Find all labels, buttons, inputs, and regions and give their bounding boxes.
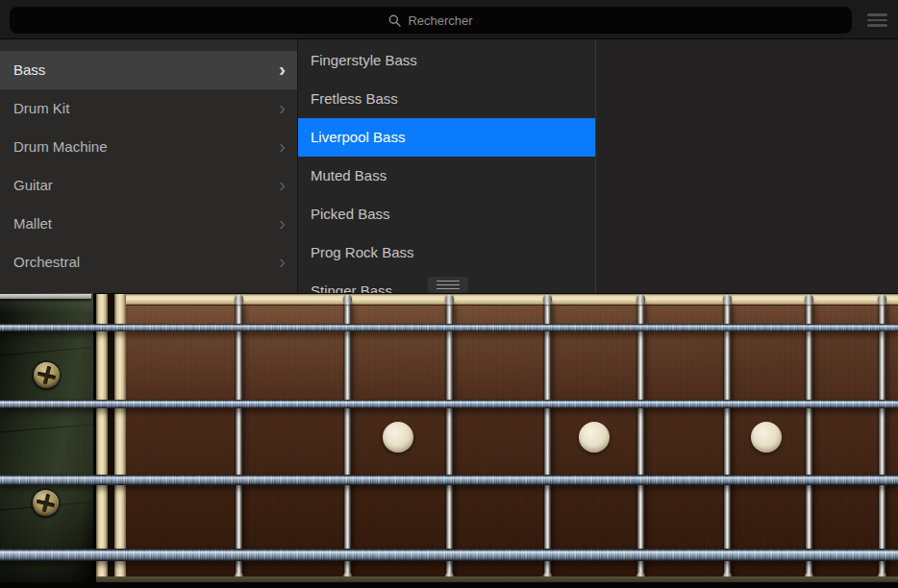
bass-string-1[interactable] xyxy=(0,324,898,331)
category-label: Bass xyxy=(13,61,45,78)
fret-marker-dot-fret-3 xyxy=(383,422,413,453)
search-placeholder: Rechercher xyxy=(408,13,472,28)
fret-marker-dot-fret-5 xyxy=(579,422,610,453)
drag-handle[interactable] xyxy=(428,277,468,293)
fret-end-top xyxy=(445,295,454,305)
fret-7 xyxy=(806,305,812,577)
screw-icon xyxy=(31,359,62,391)
string-shadow-line xyxy=(0,346,102,356)
category-item-guitar[interactable]: Guitar › xyxy=(0,166,297,205)
bass-fretboard[interactable] xyxy=(0,293,898,588)
fret-end-top xyxy=(805,295,813,305)
hamburger-icon xyxy=(867,24,887,27)
grip-lines-icon xyxy=(437,288,460,290)
fret-end-top xyxy=(878,295,886,305)
sound-label: Liverpool Bass xyxy=(311,129,405,145)
chevron-right-icon: › xyxy=(279,204,286,242)
fret-2 xyxy=(344,305,351,577)
sound-list: Fingerstyle Bass Fretless Bass Liverpool… xyxy=(298,39,596,293)
fret-end-top xyxy=(636,295,645,305)
category-item-orchestral[interactable]: Orchestral › xyxy=(0,243,297,282)
category-item-mallet[interactable]: Mallet › xyxy=(0,205,297,243)
nut xyxy=(96,294,126,583)
bass-string-2[interactable] xyxy=(0,400,898,408)
category-label: Mallet xyxy=(13,215,52,232)
nut-bar xyxy=(96,294,108,583)
chevron-right-icon: › xyxy=(279,88,286,127)
fret-end-top xyxy=(543,295,552,305)
sound-label: Picked Bass xyxy=(311,206,390,222)
fretboard-top-binding xyxy=(96,293,898,306)
instrument-browser: Bass › Drum Kit › Drum Machine › Guitar … xyxy=(0,39,898,293)
nut-slot xyxy=(108,294,114,583)
sound-item-muted-bass[interactable]: Muted Bass xyxy=(298,157,595,195)
fret-end-top xyxy=(343,295,352,305)
fret-6 xyxy=(724,305,731,577)
category-item-bass[interactable]: Bass › xyxy=(0,51,297,89)
category-list: Bass › Drum Kit › Drum Machine › Guitar … xyxy=(0,39,298,293)
category-label: Drum Kit xyxy=(13,100,69,116)
grip-lines-icon xyxy=(437,281,460,282)
fret-1 xyxy=(236,305,242,577)
chevron-right-icon: › xyxy=(279,242,286,281)
bass-string-3[interactable] xyxy=(0,475,898,485)
screw-icon xyxy=(30,487,62,519)
navigation-menu-button[interactable] xyxy=(867,13,887,27)
grip-lines-icon xyxy=(437,284,460,286)
bass-string-4[interactable] xyxy=(0,549,898,561)
nut-bar xyxy=(114,294,126,583)
category-label: Drum Machine xyxy=(13,138,108,155)
garageband-sound-browser-screen: Rechercher Bass › Drum Kit › Drum Machin… xyxy=(0,0,898,588)
fret-end-top xyxy=(235,295,243,305)
chevron-right-icon: › xyxy=(279,127,286,165)
fret-4 xyxy=(544,305,551,577)
sound-item-liverpool-bass[interactable]: Liverpool Bass xyxy=(298,118,595,157)
sound-label: Stinger Bass xyxy=(311,282,392,293)
chevron-right-icon: › xyxy=(279,50,286,88)
string-shadow-line xyxy=(0,423,102,433)
sound-item-fingerstyle-bass[interactable]: Fingerstyle Bass xyxy=(298,41,595,80)
fret-5 xyxy=(637,305,644,577)
sound-item-prog-rock-bass[interactable]: Prog Rock Bass xyxy=(298,233,595,272)
browser-empty-area xyxy=(596,39,898,293)
sound-item-fretless-bass[interactable]: Fretless Bass xyxy=(298,80,595,118)
sound-label: Fretless Bass xyxy=(311,90,398,107)
chevron-right-icon: › xyxy=(279,165,286,204)
sound-label: Fingerstyle Bass xyxy=(311,52,417,68)
top-toolbar: Rechercher xyxy=(0,0,898,39)
category-item-drum-machine[interactable]: Drum Machine › xyxy=(0,128,297,166)
search-icon xyxy=(388,14,401,27)
hamburger-icon xyxy=(867,19,887,22)
sound-label: Prog Rock Bass xyxy=(311,244,414,260)
category-label: Orchestral xyxy=(13,254,80,270)
category-item-drum-kit[interactable]: Drum Kit › xyxy=(0,89,297,128)
sound-item-picked-bass[interactable]: Picked Bass xyxy=(298,195,595,233)
fret-3 xyxy=(446,305,453,577)
sound-label: Muted Bass xyxy=(311,167,387,184)
fret-8 xyxy=(879,305,886,577)
category-label: Guitar xyxy=(13,177,53,193)
fret-marker-dot-fret-7 xyxy=(751,422,782,453)
fret-end-top xyxy=(723,295,732,305)
guitar-body xyxy=(0,293,96,588)
hamburger-icon xyxy=(867,13,887,16)
search-input[interactable]: Rechercher xyxy=(10,7,852,34)
fretboard-bottom-edge xyxy=(0,582,898,588)
